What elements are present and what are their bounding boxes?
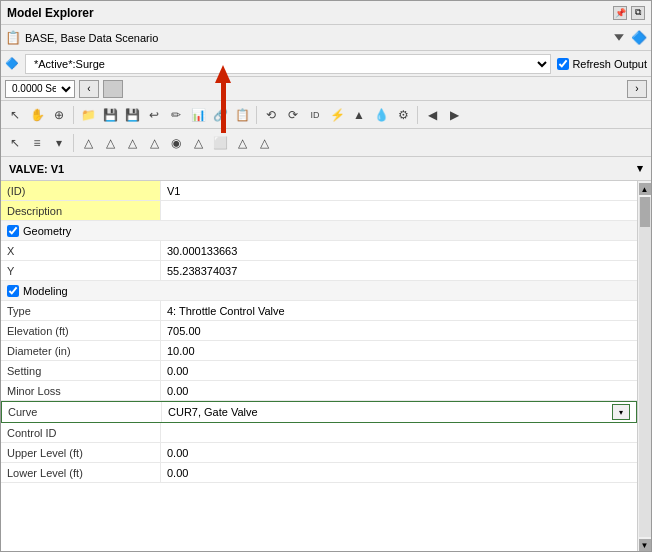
shape5-button[interactable]: △: [188, 133, 208, 153]
refresh-output-checkbox[interactable]: [557, 58, 569, 70]
element-dropdown[interactable]: ▾: [637, 162, 643, 175]
property-row-diameter: Diameter (in) 10.00: [1, 341, 637, 361]
time-back-button[interactable]: ‹: [79, 80, 99, 98]
refresh-left-button[interactable]: ⟲: [261, 105, 281, 125]
triangle-button[interactable]: ▲: [349, 105, 369, 125]
window-title: Model Explorer: [7, 6, 94, 20]
shape1-button[interactable]: △: [78, 133, 98, 153]
list-dropdown-button[interactable]: ▾: [49, 133, 69, 153]
circle-button[interactable]: ◉: [166, 133, 186, 153]
scroll-up-button[interactable]: ▲: [639, 183, 651, 195]
prop-value-upper-level[interactable]: 0.00: [161, 443, 637, 462]
title-bar: Model Explorer 📌 ⧉: [1, 1, 651, 25]
geometry-checkbox[interactable]: [7, 225, 19, 237]
toolbar-row-2: ↖ ✋ ⊕ 📁 💾 💾 ↩ ✏ 📊 🔗 📋 ⟲ ⟳ ID ⚡ ▲ 💧 ⚙ ◀ ▶: [1, 101, 651, 129]
property-row-setting: Setting 0.00: [1, 361, 637, 381]
prop-value-setting[interactable]: 0.00: [161, 361, 637, 380]
prop-label-control-id: Control ID: [1, 423, 161, 442]
toolbar-row-3: ↖ ≡ ▾ △ △ △ △ ◉ △ ⬜ △ △: [1, 129, 651, 157]
prop-label-diameter: Diameter (in): [1, 341, 161, 360]
pin-button[interactable]: 📌: [613, 6, 627, 20]
prop-value-control-id[interactable]: [161, 423, 637, 442]
prop-label-upper-level: Upper Level (ft): [1, 443, 161, 462]
prop-value-type[interactable]: 4: Throttle Control Valve: [161, 301, 637, 320]
active-icon: 🔷: [5, 57, 19, 70]
prop-value-diameter[interactable]: 10.00: [161, 341, 637, 360]
cursor-button[interactable]: ↖: [5, 133, 25, 153]
nav-icon: 🔷: [631, 30, 647, 45]
prop-value-lower-level[interactable]: 0.00: [161, 463, 637, 482]
prop-label-id: (ID): [1, 181, 161, 200]
property-row-type: Type 4: Throttle Control Valve: [1, 301, 637, 321]
property-row-id: (ID) V1: [1, 181, 637, 201]
arrow-annotation-container: ⬜: [210, 133, 230, 153]
prop-label-type: Type: [1, 301, 161, 320]
grid-button[interactable]: ⬜: [210, 133, 230, 153]
refresh-output-label: Refresh Output: [572, 58, 647, 70]
properties-container: (ID) V1 Description Geometry: [1, 181, 651, 551]
scroll-track: [639, 197, 651, 537]
shape6-button[interactable]: △: [232, 133, 252, 153]
time-forward-button[interactable]: ›: [627, 80, 647, 98]
scroll-thumb[interactable]: [640, 197, 650, 227]
scenario-dropdown-arrow[interactable]: [611, 30, 627, 46]
id-button[interactable]: ID: [305, 105, 325, 125]
shape3-button[interactable]: △: [122, 133, 142, 153]
pan-button[interactable]: ✋: [27, 105, 47, 125]
back-button[interactable]: ◀: [422, 105, 442, 125]
list-button[interactable]: ≡: [27, 133, 47, 153]
property-row-x: X 30.000133663: [1, 241, 637, 261]
forward-button[interactable]: ▶: [444, 105, 464, 125]
copy-button[interactable]: 📋: [232, 105, 252, 125]
prop-value-curve[interactable]: CUR7, Gate Valve ▾: [162, 402, 636, 422]
chart-button[interactable]: 📊: [188, 105, 208, 125]
property-row-control-id: Control ID: [1, 423, 637, 443]
prop-label-minor-loss: Minor Loss: [1, 381, 161, 400]
section-modeling: Modeling: [1, 281, 637, 301]
scenario-bar: 📋 BASE, Base Data Scenario 🔷: [1, 25, 651, 51]
time-row: 0.0000 Sec. ‹ ›: [1, 77, 651, 101]
prop-value-minor-loss[interactable]: 0.00: [161, 381, 637, 400]
shape2-button[interactable]: △: [100, 133, 120, 153]
zoom-button[interactable]: ⊕: [49, 105, 69, 125]
element-header: VALVE: V1 ▾: [1, 157, 651, 181]
link-button[interactable]: 🔗: [210, 105, 230, 125]
save-as-button[interactable]: 💾: [122, 105, 142, 125]
save-button[interactable]: 💾: [100, 105, 120, 125]
refresh-output-area: Refresh Output: [557, 58, 647, 70]
shape7-button[interactable]: △: [254, 133, 274, 153]
curve-dropdown-button[interactable]: ▾: [612, 404, 630, 420]
time-select[interactable]: 0.0000 Sec.: [5, 80, 75, 98]
select-tool-button[interactable]: ↖: [5, 105, 25, 125]
prop-value-description[interactable]: [161, 201, 637, 220]
shape4-button[interactable]: △: [144, 133, 164, 153]
sep1: [73, 106, 74, 124]
property-row-lower-level: Lower Level (ft) 0.00: [1, 463, 637, 483]
water-button[interactable]: 💧: [371, 105, 391, 125]
edit-button[interactable]: ✏: [166, 105, 186, 125]
property-row-elevation: Elevation (ft) 705.00: [1, 321, 637, 341]
open-button[interactable]: 📁: [78, 105, 98, 125]
settings-button[interactable]: ⚙: [393, 105, 413, 125]
prop-value-y[interactable]: 55.238374037: [161, 261, 637, 280]
lightning-button[interactable]: ⚡: [327, 105, 347, 125]
active-scenario-select[interactable]: *Active*:Surge: [25, 54, 551, 74]
undo-button[interactable]: ↩: [144, 105, 164, 125]
property-row-y: Y 55.238374037: [1, 261, 637, 281]
prop-value-elevation[interactable]: 705.00: [161, 321, 637, 340]
prop-label-x: X: [1, 241, 161, 260]
properties-list: (ID) V1 Description Geometry: [1, 181, 637, 551]
float-button[interactable]: ⧉: [631, 6, 645, 20]
refresh-right-button[interactable]: ⟳: [283, 105, 303, 125]
prop-label-elevation: Elevation (ft): [1, 321, 161, 340]
section-geometry: Geometry: [1, 221, 637, 241]
prop-value-x[interactable]: 30.000133663: [161, 241, 637, 260]
scroll-down-button[interactable]: ▼: [639, 539, 651, 551]
vertical-scrollbar[interactable]: ▲ ▼: [637, 181, 651, 551]
sep2: [256, 106, 257, 124]
sep4: [73, 134, 74, 152]
scenario-icon: 📋: [5, 30, 21, 45]
modeling-checkbox[interactable]: [7, 285, 19, 297]
prop-value-id[interactable]: V1: [161, 181, 637, 200]
sep3: [417, 106, 418, 124]
